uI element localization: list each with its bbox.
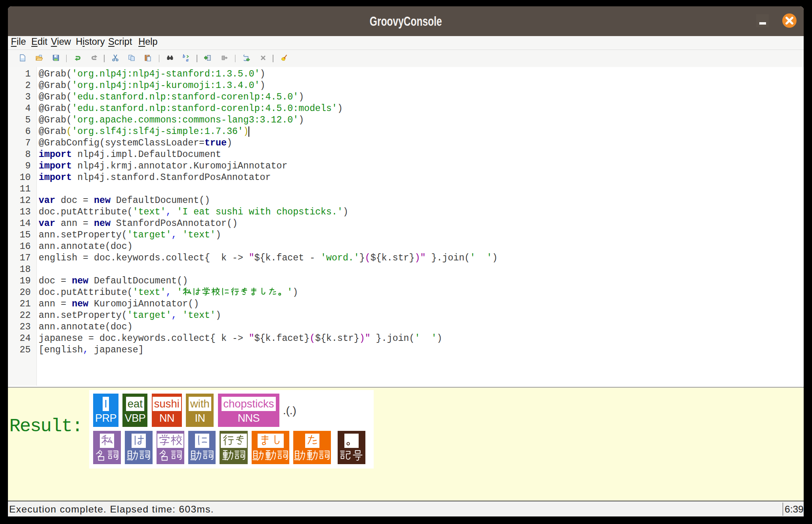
svg-text:b: b: [183, 54, 185, 59]
